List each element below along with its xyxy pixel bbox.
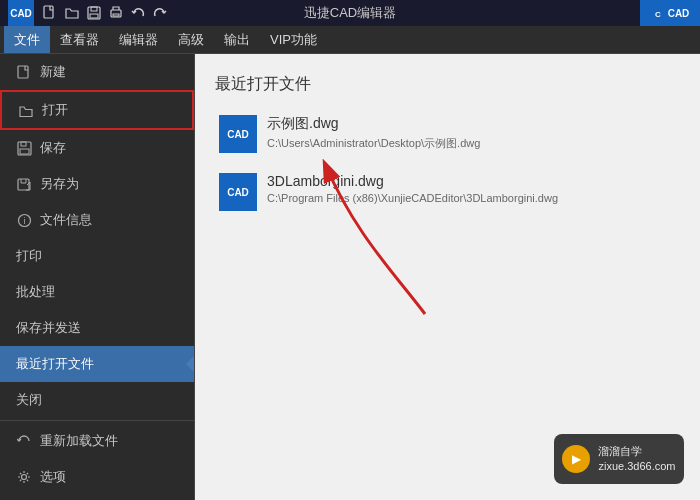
sidebar-batch[interactable]: 批处理	[0, 274, 194, 310]
sidebar-saveas-label: 另存为	[40, 175, 79, 193]
sidebar-reload[interactable]: 重新加载文件	[0, 423, 194, 459]
app-logo: CAD	[8, 0, 34, 26]
active-arrow	[186, 356, 194, 372]
file-info-1: 示例图.dwg C:\Users\Administrator\Desktop\示…	[267, 115, 480, 151]
svg-rect-8	[18, 66, 28, 78]
new-icon	[16, 64, 32, 80]
redo-tool[interactable]	[152, 5, 168, 21]
logo-area: CAD	[8, 0, 34, 26]
sidebar-info-label: 文件信息	[40, 211, 92, 229]
sidebar: 新建 打开 保存 另存为 i 文件信息	[0, 54, 195, 500]
sidebar-reload-label: 重新加载文件	[40, 432, 118, 450]
file-item-1[interactable]: CAD 示例图.dwg C:\Users\Administrator\Deskt…	[215, 111, 680, 157]
app-title: 迅捷CAD编辑器	[304, 4, 396, 22]
print-tool[interactable]	[108, 5, 124, 21]
save-tool[interactable]	[86, 5, 102, 21]
content-area: 最近打开文件 CAD 示例图.dwg C:\Users\Administrato…	[195, 54, 700, 500]
undo-tool[interactable]	[130, 5, 146, 21]
svg-text:C: C	[655, 10, 661, 19]
divider-1	[0, 420, 194, 421]
titlebar: CAD 迅捷CAD编辑器 C CAD	[0, 0, 700, 26]
svg-rect-10	[21, 142, 26, 146]
svg-rect-0	[44, 6, 53, 18]
wm-url: zixue.3d66.com	[598, 459, 675, 474]
cad-icon-2: CAD	[219, 173, 257, 211]
sidebar-settings-label: 选项	[40, 468, 66, 486]
watermark: ▶ 溜溜自学 zixue.3d66.com	[554, 434, 684, 484]
save-icon	[16, 140, 32, 156]
sidebar-batch-label: 批处理	[16, 283, 55, 301]
settings-icon	[16, 469, 32, 485]
menubar: 文件 查看器 编辑器 高级 输出 VIP功能	[0, 26, 700, 54]
svg-rect-3	[90, 14, 98, 18]
cad-icon-1: CAD	[219, 115, 257, 153]
svg-point-15	[22, 475, 27, 480]
sidebar-close-label: 关闭	[16, 391, 42, 409]
play-icon: ▶	[562, 445, 590, 473]
sidebar-settings[interactable]: 选项	[0, 459, 194, 495]
file-path-2: C:\Program Files (x86)\XunjieCADEditor\3…	[267, 192, 558, 204]
content-title: 最近打开文件	[215, 74, 680, 95]
sidebar-recent-label: 最近打开文件	[16, 355, 94, 373]
main-layout: 新建 打开 保存 另存为 i 文件信息	[0, 54, 700, 500]
menu-viewer[interactable]: 查看器	[50, 26, 109, 53]
svg-rect-11	[20, 149, 29, 154]
file-name-2: 3DLamborgini.dwg	[267, 173, 558, 189]
menu-editor[interactable]: 编辑器	[109, 26, 168, 53]
sidebar-save-label: 保存	[40, 139, 66, 157]
sidebar-open-label: 打开	[42, 101, 68, 119]
new-file-tool[interactable]	[42, 5, 58, 21]
file-path-1: C:\Users\Administrator\Desktop\示例图.dwg	[267, 136, 480, 151]
sidebar-open[interactable]: 打开	[0, 90, 194, 130]
sidebar-save[interactable]: 保存	[0, 130, 194, 166]
sidebar-print[interactable]: 打印	[0, 238, 194, 274]
open-file-tool[interactable]	[64, 5, 80, 21]
tutorial-arrow	[315, 134, 455, 334]
menu-vip[interactable]: VIP功能	[260, 26, 327, 53]
sidebar-saveas[interactable]: 另存为	[0, 166, 194, 202]
saveas-icon	[16, 176, 32, 192]
reload-icon	[16, 433, 32, 449]
menu-file[interactable]: 文件	[4, 26, 50, 53]
sidebar-new[interactable]: 新建	[0, 54, 194, 90]
sidebar-new-label: 新建	[40, 63, 66, 81]
sidebar-print-label: 打印	[16, 247, 42, 265]
file-name-1: 示例图.dwg	[267, 115, 480, 133]
svg-text:i: i	[23, 216, 25, 226]
sidebar-close[interactable]: 关闭	[0, 382, 194, 418]
menu-output[interactable]: 输出	[214, 26, 260, 53]
sidebar-sendall[interactable]: 保存并发送	[0, 310, 194, 346]
sidebar-sendall-label: 保存并发送	[16, 319, 81, 337]
open-icon	[18, 102, 34, 118]
svg-rect-5	[113, 14, 119, 16]
file-item-2[interactable]: CAD 3DLamborgini.dwg C:\Program Files (x…	[215, 169, 680, 215]
sidebar-recent[interactable]: 最近打开文件	[0, 346, 194, 382]
wm-site: 溜溜自学	[598, 444, 675, 459]
sidebar-info[interactable]: i 文件信息	[0, 202, 194, 238]
info-icon: i	[16, 212, 32, 228]
watermark-text: 溜溜自学 zixue.3d66.com	[598, 444, 675, 475]
file-info-2: 3DLamborgini.dwg C:\Program Files (x86)\…	[267, 173, 558, 204]
menu-advanced[interactable]: 高级	[168, 26, 214, 53]
title-logo: C CAD	[640, 0, 700, 26]
